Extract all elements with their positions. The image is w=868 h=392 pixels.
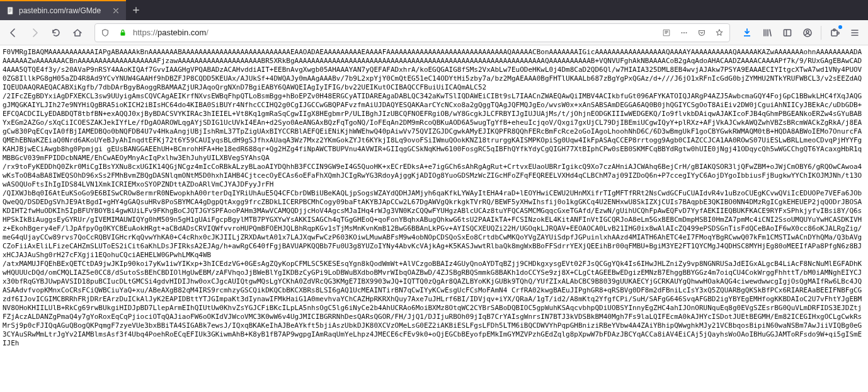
svg-rect-12 bbox=[837, 32, 839, 34]
url-bar[interactable]: https://pastebin.com/ bbox=[94, 23, 730, 42]
account-button[interactable] bbox=[798, 23, 817, 42]
bookmark-star-icon[interactable] bbox=[712, 25, 727, 40]
svg-rect-6 bbox=[744, 35, 750, 37]
url-text: https://pastebin.com/ bbox=[133, 28, 656, 37]
tracking-shield-icon[interactable] bbox=[98, 25, 113, 40]
page-icon bbox=[6, 6, 15, 15]
tab-close-icon[interactable] bbox=[111, 6, 121, 16]
navigation-toolbar: https://pastebin.com/ bbox=[0, 20, 868, 45]
toolbar-separator bbox=[821, 26, 821, 40]
app-menu-button[interactable] bbox=[845, 23, 864, 42]
pocket-icon[interactable] bbox=[694, 25, 709, 40]
page-content[interactable]: F0VMRgIBAQMAAAAAAAAAAAIAPgABAAAAkBnAAAAA… bbox=[0, 45, 868, 392]
svg-point-3 bbox=[681, 32, 682, 33]
svg-rect-7 bbox=[784, 30, 791, 36]
svg-rect-2 bbox=[663, 30, 670, 36]
meatballs-icon[interactable] bbox=[677, 25, 692, 40]
home-button[interactable] bbox=[68, 23, 87, 42]
url-path: / bbox=[206, 28, 208, 37]
extension-button[interactable] bbox=[825, 23, 844, 42]
reader-icon[interactable] bbox=[659, 25, 674, 40]
reload-button[interactable] bbox=[47, 23, 66, 42]
sidebar-button[interactable] bbox=[778, 23, 797, 42]
tab-active[interactable]: pastebin.com/raw/GMde bbox=[0, 0, 126, 20]
svg-rect-1 bbox=[121, 32, 125, 35]
forward-button[interactable] bbox=[25, 23, 44, 42]
downloads-button[interactable] bbox=[738, 23, 757, 42]
tab-title: pastebin.com/raw/GMde bbox=[19, 6, 107, 15]
new-tab-button[interactable] bbox=[126, 0, 146, 20]
toolbar-right bbox=[738, 23, 864, 42]
library-button[interactable] bbox=[758, 23, 777, 42]
raw-text: F0VMRgIBAQMAAAAAAAAAAAIAPgABAAAAkBnAAAAA… bbox=[3, 48, 865, 348]
svg-point-5 bbox=[685, 32, 687, 33]
svg-point-4 bbox=[683, 32, 685, 33]
url-host: pastebin.com bbox=[157, 28, 206, 37]
svg-point-9 bbox=[806, 30, 809, 33]
lock-icon[interactable] bbox=[115, 25, 130, 40]
back-button[interactable] bbox=[4, 23, 23, 42]
url-protocol: https:// bbox=[133, 28, 157, 37]
tab-strip: pastebin.com/raw/GMde bbox=[0, 0, 868, 20]
